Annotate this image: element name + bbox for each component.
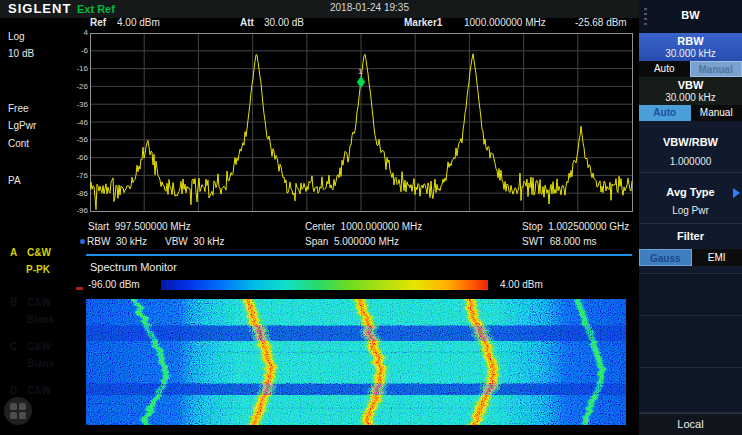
svg-text:1: 1	[358, 67, 363, 76]
